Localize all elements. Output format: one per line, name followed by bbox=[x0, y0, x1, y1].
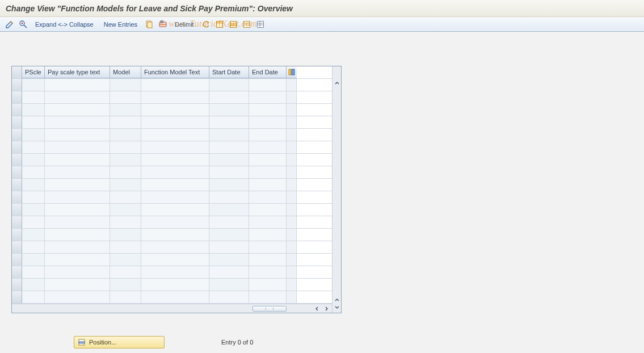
cell-pay-scale-text[interactable] bbox=[45, 179, 110, 191]
undo-change-icon[interactable] bbox=[201, 19, 211, 30]
select-block-icon[interactable] bbox=[228, 19, 238, 30]
row-selector[interactable] bbox=[12, 229, 22, 241]
cell-model[interactable] bbox=[110, 116, 141, 128]
cell-end-date[interactable] bbox=[249, 104, 287, 116]
table-row[interactable] bbox=[12, 254, 332, 266]
cell-pscle[interactable] bbox=[22, 104, 45, 116]
cell-end-date[interactable] bbox=[249, 116, 287, 128]
vscroll-up2-icon[interactable] bbox=[334, 297, 340, 304]
cell-model[interactable] bbox=[110, 216, 141, 228]
cell-function-model-text[interactable] bbox=[141, 241, 209, 253]
cell-end-date[interactable] bbox=[249, 191, 287, 203]
cell-pay-scale-text[interactable] bbox=[45, 154, 110, 166]
cell-model[interactable] bbox=[110, 254, 141, 266]
row-selector[interactable] bbox=[12, 216, 22, 228]
cell-end-date[interactable] bbox=[249, 279, 287, 291]
cell-pay-scale-text[interactable] bbox=[45, 204, 110, 216]
cell-pay-scale-text[interactable] bbox=[45, 91, 110, 103]
cell-function-model-text[interactable] bbox=[141, 279, 209, 291]
cell-pscle[interactable] bbox=[22, 166, 45, 178]
row-selector[interactable] bbox=[12, 204, 22, 216]
other-view-icon[interactable] bbox=[18, 19, 28, 30]
cell-start-date[interactable] bbox=[209, 291, 249, 303]
cell-end-date[interactable] bbox=[249, 79, 287, 91]
cell-end-date[interactable] bbox=[249, 141, 287, 153]
col-model[interactable]: Model bbox=[110, 66, 141, 78]
table-row[interactable] bbox=[12, 104, 332, 116]
cell-start-date[interactable] bbox=[209, 166, 249, 178]
cell-pscle[interactable] bbox=[22, 229, 45, 241]
cell-function-model-text[interactable] bbox=[141, 166, 209, 178]
cell-pscle[interactable] bbox=[22, 279, 45, 291]
row-selector[interactable] bbox=[12, 191, 22, 203]
row-selector[interactable] bbox=[12, 141, 22, 153]
cell-end-date[interactable] bbox=[249, 291, 287, 303]
cell-start-date[interactable] bbox=[209, 191, 249, 203]
cell-pscle[interactable] bbox=[22, 241, 45, 253]
cell-function-model-text[interactable] bbox=[141, 216, 209, 228]
cell-pay-scale-text[interactable] bbox=[45, 191, 110, 203]
cell-pscle[interactable] bbox=[22, 191, 45, 203]
row-selector[interactable] bbox=[12, 129, 22, 141]
delete-icon[interactable] bbox=[158, 19, 168, 30]
cell-function-model-text[interactable] bbox=[141, 104, 209, 116]
cell-start-date[interactable] bbox=[209, 241, 249, 253]
configuration-help-icon[interactable] bbox=[255, 19, 266, 30]
cell-end-date[interactable] bbox=[249, 241, 287, 253]
cell-function-model-text[interactable] bbox=[141, 179, 209, 191]
new-entries-button[interactable]: New Entries bbox=[100, 20, 141, 29]
position-button[interactable]: Position... bbox=[74, 336, 165, 348]
cell-pay-scale-text[interactable] bbox=[45, 104, 110, 116]
table-row[interactable] bbox=[12, 79, 332, 91]
col-pscle[interactable]: PScle bbox=[22, 66, 45, 78]
cell-pay-scale-text[interactable] bbox=[45, 129, 110, 141]
table-row[interactable] bbox=[12, 279, 332, 291]
cell-model[interactable] bbox=[110, 141, 141, 153]
vscroll-down-icon[interactable] bbox=[334, 304, 340, 310]
table-config-icon[interactable] bbox=[287, 66, 297, 78]
table-row[interactable] bbox=[12, 241, 332, 254]
table-row[interactable] bbox=[12, 204, 332, 216]
cell-function-model-text[interactable] bbox=[141, 204, 209, 216]
cell-function-model-text[interactable] bbox=[141, 291, 209, 303]
cell-function-model-text[interactable] bbox=[141, 116, 209, 128]
cell-end-date[interactable] bbox=[249, 204, 287, 216]
row-selector[interactable] bbox=[12, 266, 22, 278]
cell-pscle[interactable] bbox=[22, 141, 45, 153]
cell-function-model-text[interactable] bbox=[141, 154, 209, 166]
cell-pscle[interactable] bbox=[22, 91, 45, 103]
table-row[interactable] bbox=[12, 166, 332, 179]
cell-model[interactable] bbox=[110, 279, 141, 291]
row-selector[interactable] bbox=[12, 241, 22, 253]
cell-pscle[interactable] bbox=[22, 204, 45, 216]
cell-model[interactable] bbox=[110, 191, 141, 203]
cell-pscle[interactable] bbox=[22, 266, 45, 278]
cell-start-date[interactable] bbox=[209, 154, 249, 166]
row-selector[interactable] bbox=[12, 91, 22, 103]
table-row[interactable] bbox=[12, 129, 332, 141]
cell-pay-scale-text[interactable] bbox=[45, 79, 110, 91]
row-selector[interactable] bbox=[12, 104, 22, 116]
cell-function-model-text[interactable] bbox=[141, 229, 209, 241]
row-selector[interactable] bbox=[12, 254, 22, 266]
cell-model[interactable] bbox=[110, 129, 141, 141]
cell-model[interactable] bbox=[110, 79, 141, 91]
col-end-date[interactable]: End Date bbox=[249, 66, 287, 78]
row-selector[interactable] bbox=[12, 179, 22, 191]
cell-function-model-text[interactable] bbox=[141, 254, 209, 266]
cell-end-date[interactable] bbox=[249, 254, 287, 266]
row-selector[interactable] bbox=[12, 166, 22, 178]
cell-start-date[interactable] bbox=[209, 204, 249, 216]
cell-start-date[interactable] bbox=[209, 104, 249, 116]
cell-pscle[interactable] bbox=[22, 79, 45, 91]
cell-pscle[interactable] bbox=[22, 154, 45, 166]
hscroll-thumb[interactable] bbox=[252, 306, 287, 312]
table-row[interactable] bbox=[12, 191, 332, 204]
table-row[interactable] bbox=[12, 216, 332, 229]
cell-pscle[interactable] bbox=[22, 179, 45, 191]
cell-function-model-text[interactable] bbox=[141, 129, 209, 141]
cell-start-date[interactable] bbox=[209, 116, 249, 128]
cell-model[interactable] bbox=[110, 291, 141, 303]
cell-pscle[interactable] bbox=[22, 129, 45, 141]
cell-pay-scale-text[interactable] bbox=[45, 216, 110, 228]
